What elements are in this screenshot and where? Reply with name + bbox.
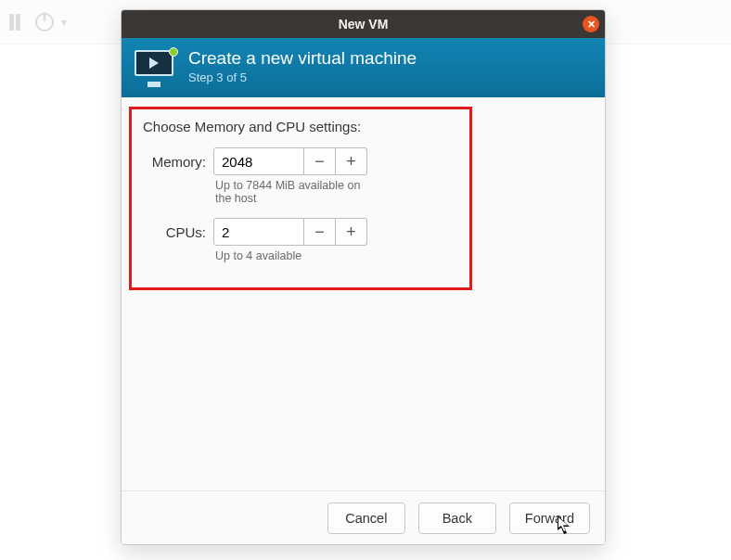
back-button[interactable]: Back xyxy=(418,503,496,534)
cpus-hint: Up to 4 available xyxy=(213,246,367,274)
dialog-body: Choose Memory and CPU settings: Memory: … xyxy=(122,97,605,490)
dialog-titlebar: New VM ✕ xyxy=(122,10,605,38)
memory-label: Memory: xyxy=(143,154,213,170)
memory-row: Memory: − + Up to 7844 MiB available on … xyxy=(143,147,458,216)
memory-input[interactable] xyxy=(213,147,304,175)
memory-increment-button[interactable]: + xyxy=(336,147,367,175)
banner-step: Step 3 of 5 xyxy=(188,70,417,84)
vm-monitor-icon xyxy=(135,50,175,83)
cpus-input[interactable] xyxy=(213,218,304,246)
pause-icon xyxy=(6,10,24,34)
dialog-banner: Create a new virtual machine Step 3 of 5 xyxy=(122,38,605,97)
cpus-label: CPUs: xyxy=(143,224,213,240)
dialog-footer: Cancel Back Forward xyxy=(122,490,605,544)
close-icon[interactable]: ✕ xyxy=(583,16,599,32)
memory-hint: Up to 7844 MiB available on the host xyxy=(213,175,367,216)
power-icon xyxy=(35,13,54,32)
chevron-down-icon: ▾ xyxy=(61,16,67,29)
cancel-button[interactable]: Cancel xyxy=(327,503,405,534)
cpus-decrement-button[interactable]: − xyxy=(304,218,336,246)
forward-button[interactable]: Forward xyxy=(509,503,590,534)
cpus-increment-button[interactable]: + xyxy=(336,218,367,246)
dialog-title: New VM xyxy=(339,17,389,32)
banner-title: Create a new virtual machine xyxy=(188,49,417,69)
section-heading: Choose Memory and CPU settings: xyxy=(143,119,458,134)
memory-decrement-button[interactable]: − xyxy=(304,147,336,175)
new-vm-dialog: New VM ✕ Create a new virtual machine St… xyxy=(121,9,606,545)
highlighted-settings-region: Choose Memory and CPU settings: Memory: … xyxy=(129,107,472,290)
cpus-row: CPUs: − + Up to 4 available xyxy=(143,218,458,274)
